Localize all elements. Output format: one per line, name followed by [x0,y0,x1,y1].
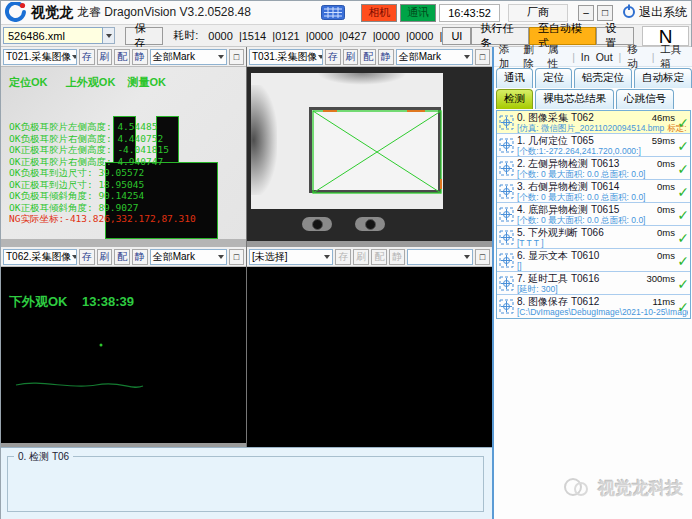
static-button[interactable]: 静 [378,49,394,65]
match-button[interactable]: 配 [371,249,387,265]
task-subtitle: [T T T ] [517,238,544,248]
result-status-overlay: 定位OK 上外观OK 测量OK [9,75,166,90]
match-button[interactable]: 配 [360,49,376,65]
chevron-down-icon [464,55,470,59]
bottom-status-panel: 0. 检测 T06 [1,447,492,519]
task-row-2[interactable]: 2. 左侧异物检测 T06130ms [个数: 0 最大面积: 0.0 总面积:… [497,157,690,180]
task-title: 2. 左侧异物检测 T0613 [517,158,619,169]
check-icon: ✓ [677,185,689,199]
minimize-button[interactable]: – [578,5,594,21]
task-subtitle: [仿真: 微信图片_20211020094514.bmp [517,123,664,133]
roi-overlay-graphics [247,67,492,247]
task-row-1[interactable]: 1. 几何定位 T06559ms [个数:1:-272.264,241.720,… [497,134,690,157]
solution-file-dropdown[interactable] [103,27,116,44]
properties-button[interactable]: 属性 [548,43,566,71]
tab-detect[interactable]: 检测 [496,89,533,109]
out-button[interactable]: Out [596,51,613,63]
keyboard-icon[interactable] [321,5,345,20]
chevron-down-icon [72,55,77,59]
tab-auto-calib[interactable]: 自动标定 [634,68,692,88]
task-row-8[interactable]: 8. 图像保存 T061211ms [C:\DvImages\DebugImag… [497,295,690,318]
tab-shell-locate[interactable]: 铝壳定位 [574,68,632,88]
refresh-button[interactable]: 刷 [97,249,113,265]
mark-filter-combo[interactable]: 全部Mark [150,249,227,265]
maximize-panel-button[interactable]: □ [475,49,490,65]
vendor-button[interactable]: 厂商 [508,4,568,22]
maximize-button[interactable]: □ [597,5,613,21]
task-row-4[interactable]: 4. 底部异物检测 T06150ms [个数: 0 最大面积: 0.0 总面积:… [497,203,690,226]
maximize-panel-button[interactable]: □ [229,249,244,265]
save-button[interactable]: 保存 [125,27,163,45]
refresh-button[interactable]: 刷 [343,49,359,65]
tool-selector-combo[interactable]: T062.采集图像 [3,249,77,265]
task-toolbar: 添加 删除 属性 | In Out | 移动 | 工具箱 [494,47,692,67]
task-time: 0ms [657,250,675,261]
roi-icon [499,253,515,268]
match-button[interactable]: 配 [114,49,130,65]
in-button[interactable]: In [581,51,590,63]
toolbox-button[interactable]: 工具箱 [660,43,688,71]
tool-selector-combo[interactable]: [未选择] [249,249,333,265]
image-viewport[interactable] [247,267,492,447]
detect-groupbox-label: 0. 检测 T06 [14,450,73,464]
match-button[interactable]: 配 [114,249,130,265]
app-name: 视觉龙 [31,4,73,22]
roi-icon [499,299,515,314]
save-image-button[interactable]: 存 [335,249,351,265]
task-row-5[interactable]: 5. 下外观判断 T0660ms [T T T ] ✓ [497,226,690,249]
panel-header: T021.采集图像 存 刷 配 静 全部Mark □ [1,47,246,67]
chevron-down-icon [218,55,224,59]
save-image-button[interactable]: 存 [325,49,341,65]
static-button[interactable]: 静 [132,249,148,265]
image-viewport[interactable]: 下外观OK 13:38:39 [1,267,246,447]
static-button[interactable]: 静 [389,249,405,265]
task-subtitle: [个数: 0 最大面积: 0.0 总面积: 0.0] [517,215,645,225]
tab-heartbeat[interactable]: 心跳信号 [616,89,674,109]
image-viewport[interactable]: 定位OK 上外观OK 测量OK OK负极耳胶片左侧高度: 4.54485 OK负… [1,67,246,247]
app-window: 视觉龙 龙睿 DragonVision V3.2.0528.48 相机 通讯 1… [0,0,692,519]
tool-selector-combo[interactable]: T031.采集图像 [249,49,323,65]
panel-header: [未选择] 存 刷 配 静 □ [247,247,492,267]
task-row-0[interactable]: 0. 图像采集 T06246ms [仿真: 微信图片_2021102009451… [497,111,690,134]
move-button[interactable]: 移动 [627,43,645,71]
solution-file-combo[interactable]: 526486.xml [3,27,103,44]
task-row-3[interactable]: 3. 右侧异物检测 T06140ms [个数: 0 最大面积: 0.0 总面积:… [497,180,690,203]
app-title: 龙睿 DragonVision V3.2.0528.48 [77,4,251,21]
tool-selector-combo[interactable]: T021.采集图像 [3,49,77,65]
delete-button[interactable]: 删除 [523,43,541,71]
mark-filter-combo[interactable]: 全部Mark [150,49,227,65]
exit-system-button[interactable]: 退出系统 [622,4,687,21]
roi-icon [499,276,515,291]
tab-locate[interactable]: 定位 [535,68,572,88]
main-area: T021.采集图像 存 刷 配 静 全部Mark □ 定位OK 上外观OK 测量… [1,47,692,519]
maximize-panel-button[interactable]: □ [229,49,244,65]
ui-button[interactable]: UI [442,27,471,45]
mark-filter-combo[interactable]: 全部Mark [396,49,473,65]
mark-filter-combo[interactable] [407,249,473,265]
roi-icon [499,207,515,222]
refresh-button[interactable]: 刷 [97,49,113,65]
task-title: 8. 图像保存 T0612 [517,296,599,307]
save-image-button[interactable]: 存 [79,249,95,265]
save-image-button[interactable]: 存 [79,49,95,65]
task-time: 46ms [652,112,675,123]
tab-cell-result[interactable]: 裸电芯总结果 [535,89,614,109]
image-panel-t021: T021.采集图像 存 刷 配 静 全部Mark □ 定位OK 上外观OK 测量… [1,47,246,247]
task-row-7[interactable]: 7. 延时工具 T0616300ms [延时: 300] ✓ [497,272,690,295]
title-bar: 视觉龙 龙睿 DragonVision V3.2.0528.48 相机 通讯 1… [1,1,691,25]
task-time: 300ms [646,273,675,284]
exit-system-label: 退出系统 [639,4,687,21]
task-subtitle: [个数: 0 最大面积: 0.0 总面积: 0.0] [517,192,645,202]
task-title: 7. 延时工具 T0616 [517,273,599,284]
static-button[interactable]: 静 [132,49,148,65]
tab-row-2: 检测 裸电芯总结果 心跳信号 [494,88,692,109]
task-row-6[interactable]: 6. 显示文本 T06100ms [] ✓ [497,249,690,272]
refresh-button[interactable]: 刷 [353,249,369,265]
maximize-panel-button[interactable]: □ [475,249,490,265]
tab-comm[interactable]: 通讯 [496,68,533,88]
add-button[interactable]: 添加 [499,43,517,71]
comm-status-button[interactable]: 通讯 [400,4,436,22]
camera-status-button[interactable]: 相机 [361,4,397,22]
image-viewport[interactable] [247,67,492,247]
chevron-down-icon [106,34,112,38]
